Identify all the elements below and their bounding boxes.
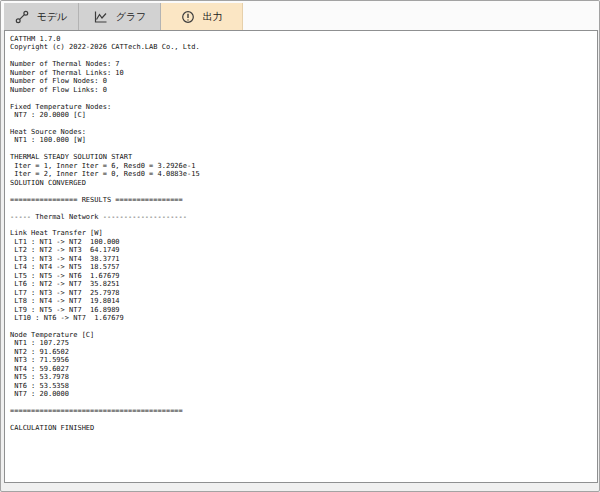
tab-graph[interactable]: グラフ bbox=[79, 3, 161, 30]
exclamation-circle-icon bbox=[181, 10, 195, 24]
tab-output[interactable]: 出力 bbox=[161, 3, 243, 30]
node-link-icon bbox=[15, 10, 29, 24]
output-console-panel[interactable]: CATTHM 1.7.0 Copyright (c) 2022-2026 CAT… bbox=[4, 30, 598, 483]
tab-graph-label: グラフ bbox=[116, 10, 147, 24]
tab-output-label: 出力 bbox=[203, 10, 223, 24]
tab-model-label: モデル bbox=[37, 10, 68, 24]
tab-model[interactable]: モデル bbox=[4, 3, 79, 30]
tab-bar: モデル グラフ 出力 bbox=[1, 1, 599, 30]
line-chart-icon bbox=[93, 10, 108, 24]
console-text: CATTHM 1.7.0 Copyright (c) 2022-2026 CAT… bbox=[5, 31, 597, 432]
app-window: モデル グラフ 出力 CATTHM 1.7.0 Copyri bbox=[0, 0, 600, 492]
